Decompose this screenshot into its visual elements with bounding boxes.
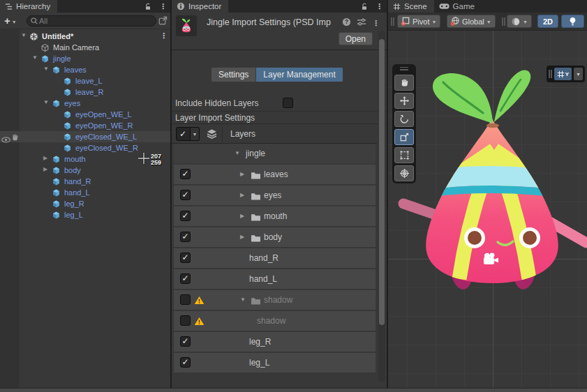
layer-checkbox[interactable]: [180, 336, 191, 347]
tab-scene[interactable]: Scene: [388, 0, 434, 13]
kebab-icon[interactable]: ⋮: [160, 31, 168, 40]
hierarchy-item-leg-L[interactable]: leg_L: [0, 209, 170, 220]
expand-triangle-icon[interactable]: ▼: [43, 99, 49, 105]
expand-triangle-icon[interactable]: ▼: [43, 66, 49, 72]
hierarchy-item-Untitled-[interactable]: ▼Untitled*⋮: [0, 31, 170, 42]
chevron-down-icon[interactable]: ▼: [574, 68, 583, 80]
layer-label: shadow: [264, 295, 292, 305]
expand-triangle-icon[interactable]: ▼: [21, 32, 27, 38]
expand-triangle-icon[interactable]: ▶: [43, 166, 47, 172]
scene-viewport[interactable]: Y ▼: [388, 31, 587, 388]
expand-triangle-icon[interactable]: ▼: [240, 296, 246, 303]
prefab-icon: [63, 132, 73, 142]
scrollbar-thumb[interactable]: [379, 39, 385, 325]
layer-checkbox[interactable]: [180, 211, 191, 221]
layer-checkbox[interactable]: [180, 190, 191, 200]
expand-triangle-icon[interactable]: ▶: [240, 234, 244, 240]
expand-triangle-icon[interactable]: ▶: [240, 171, 244, 177]
hierarchy-item-label: eyeOpen_WE_R: [75, 121, 133, 130]
rect-tool-icon: [399, 150, 410, 160]
layer-row-leaves[interactable]: ▶leaves: [174, 165, 376, 184]
hierarchy-item-jingle[interactable]: ▼jingle: [0, 53, 170, 64]
warning-icon: [194, 316, 205, 329]
hierarchy-item-eyeOpen-WE-L[interactable]: eyeOpen_WE_L: [0, 109, 170, 120]
hierarchy-item-leg-R[interactable]: leg_R: [0, 198, 170, 209]
tab-hierarchy[interactable]: Hierarchy: [0, 0, 57, 13]
layer-checkbox[interactable]: [180, 315, 191, 326]
hand-tool-icon: [399, 77, 410, 88]
layer-checkbox[interactable]: [180, 232, 191, 242]
2d-label: 2D: [543, 17, 553, 26]
scene-toolbar: Pivot ▼ Global ▼ ▼ 2D: [388, 13, 587, 31]
chevron-down-icon: ▼: [12, 20, 17, 24]
layer-row-jingle[interactable]: ▼jingle: [174, 144, 376, 163]
tab-game[interactable]: Game: [434, 0, 482, 13]
layer-row-mouth[interactable]: ▶mouth: [174, 206, 376, 226]
search-input[interactable]: [39, 17, 153, 25]
expand-triangle-icon[interactable]: ▼: [235, 150, 240, 156]
hierarchy-item-leave-L[interactable]: leave_L: [0, 75, 170, 86]
hierarchy-item-body[interactable]: ▶body: [0, 165, 170, 176]
hierarchy-item-Main-Camera[interactable]: Main Camera: [0, 42, 170, 53]
layer-checkbox[interactable]: [180, 357, 191, 368]
layer-row-shadow-child[interactable]: shadow: [174, 311, 376, 331]
hierarchy-item-eyes[interactable]: ▼eyes: [0, 98, 170, 109]
inspector-panel: Inspector ⋮ Jingle Import Settings (PSD …: [172, 0, 387, 388]
lock-icon[interactable]: [140, 0, 156, 13]
layer-row-body[interactable]: ▶body: [174, 227, 376, 247]
open-search-window-icon[interactable]: [158, 15, 168, 29]
layer-row-hand_R[interactable]: hand_R: [174, 248, 376, 268]
2d-toggle-button[interactable]: 2D: [537, 15, 558, 28]
move-tool-button[interactable]: [394, 93, 414, 109]
pivot-mode-button[interactable]: Pivot ▼: [397, 15, 440, 28]
layer-row-hand_L[interactable]: hand_L: [174, 269, 376, 289]
scene-lighting-toggle[interactable]: [561, 15, 584, 28]
kebab-icon[interactable]: ⋮: [156, 0, 170, 13]
hand-tool-button[interactable]: [394, 75, 414, 91]
tools-drag-handle[interactable]: [394, 64, 415, 73]
rotate-tool-button[interactable]: [394, 111, 414, 127]
layer-label: leg_L: [249, 358, 269, 368]
jingle-character-sprite[interactable]: [388, 31, 587, 388]
hierarchy-item-eyeClosed-WE-R[interactable]: eyeClosed_WE_R: [0, 142, 170, 153]
hierarchy-item-leaves[interactable]: ▼leaves: [0, 64, 170, 75]
global-mode-button[interactable]: Global ▼: [447, 15, 496, 28]
layer-checkbox[interactable]: [180, 294, 191, 305]
inspector-scrollbar[interactable]: [378, 31, 385, 382]
layer-checkbox[interactable]: [180, 169, 191, 179]
toolbar-drag-handle[interactable]: [502, 17, 505, 26]
hierarchy-item-hand-R[interactable]: hand_R: [0, 176, 170, 187]
layer-row-leg_L[interactable]: leg_L: [174, 353, 376, 372]
hierarchy-tab-label: Hierarchy: [16, 2, 50, 10]
expand-triangle-icon[interactable]: ▶: [43, 155, 47, 161]
draw-mode-button[interactable]: ▼: [507, 15, 532, 28]
toolbar-drag-handle[interactable]: [391, 17, 394, 26]
hierarchy-item-label: leg_L: [64, 211, 83, 219]
overlay-drag-handle[interactable]: [549, 70, 552, 78]
layer-row-leg_R[interactable]: leg_R: [174, 332, 376, 352]
expand-triangle-icon[interactable]: ▶: [240, 192, 244, 198]
game-tab-label: Game: [453, 2, 475, 10]
layer-checkbox[interactable]: [180, 252, 191, 263]
expand-triangle-icon[interactable]: ▼: [32, 54, 38, 61]
add-gameobject-button[interactable]: +▼: [4, 15, 22, 27]
scene-panel: Scene Game Pivot ▼ Global ▼: [388, 0, 587, 388]
visibility-eye-icon[interactable]: [1, 133, 10, 143]
pickability-hand-icon[interactable]: [11, 132, 20, 142]
hierarchy-item-leave-R[interactable]: leave_R: [0, 86, 170, 98]
hierarchy-item-eyeClosed-WE-L[interactable]: eyeClosed_WE_L: [0, 131, 170, 142]
grid-toggle-button[interactable]: Y: [554, 68, 572, 80]
hierarchy-item-mouth[interactable]: ▶mouth: [0, 153, 170, 165]
rect-tool-button[interactable]: [394, 147, 414, 163]
search-field[interactable]: [27, 15, 156, 27]
transform-tool-button[interactable]: [394, 165, 414, 181]
hierarchy-item-hand-L[interactable]: hand_L: [0, 187, 170, 198]
bottom-panel-edge: [0, 388, 587, 392]
layer-checkbox[interactable]: [180, 273, 191, 284]
layer-row-eyes[interactable]: ▶eyes: [174, 186, 376, 205]
expand-triangle-icon[interactable]: ▶: [240, 213, 244, 219]
hierarchy-item-eyeOpen-WE-R[interactable]: eyeOpen_WE_R: [0, 120, 170, 131]
layer-row-shadow[interactable]: ▼shadow: [174, 290, 376, 310]
scale-tool-button[interactable]: [394, 129, 414, 145]
folder-icon: [251, 169, 261, 182]
